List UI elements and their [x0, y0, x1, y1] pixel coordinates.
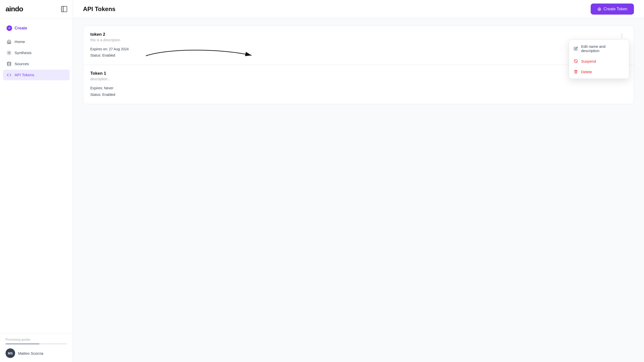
token2-info: token 2 this is a description [90, 32, 120, 42]
svg-line-4 [10, 54, 11, 54]
avatar: MS [6, 348, 15, 358]
sidebar-nav: + Create Home [0, 18, 73, 334]
delete-icon [574, 69, 578, 74]
user-name: Matteo Scorcia [18, 351, 43, 355]
sidebar-item-sources-label: Sources [15, 62, 29, 66]
sources-icon [7, 61, 12, 66]
svg-point-9 [7, 62, 11, 63]
create-token-label: Create Token [603, 7, 627, 11]
api-tokens-icon [7, 72, 12, 77]
sidebar-footer: Processing quotas MS Matteo Scorcia [0, 334, 73, 362]
token2-expires: Expires on: 27 Aug 2024 [90, 46, 627, 52]
token1-meta: Expires: Never Status: Enabled [90, 85, 627, 98]
suspend-item[interactable]: Suspend [569, 56, 629, 66]
svg-line-3 [8, 51, 8, 52]
create-circle-icon: + [7, 25, 12, 31]
token1-name: Token 1 [90, 71, 110, 76]
token2-kebab-button[interactable]: ⋮ [617, 32, 627, 39]
synthesis-icon [7, 50, 12, 55]
page-title: API Tokens [83, 6, 115, 13]
home-icon [7, 39, 12, 44]
sidebar-toggle-button[interactable] [61, 6, 67, 12]
processing-quotas-label: Processing quotas [6, 338, 67, 341]
token-list: token 2 this is a description ⋮ [83, 26, 634, 104]
create-label: Create [15, 26, 27, 30]
token1-description: description... [90, 77, 110, 81]
edit-icon [574, 46, 578, 51]
main-body: token 2 this is a description ⋮ [73, 18, 644, 362]
svg-line-12 [575, 60, 577, 62]
sidebar-item-home[interactable]: Home [3, 36, 70, 47]
svg-line-7 [8, 54, 8, 54]
edit-name-description-label: Edit name and description [581, 44, 624, 53]
token2-dropdown-menu: Edit name and description Suspend [569, 39, 629, 79]
edit-name-description-item[interactable]: Edit name and description [569, 41, 629, 56]
sidebar-item-home-label: Home [15, 39, 25, 44]
token-item-token1: Token 1 description... ⋮ Expires: Never … [83, 65, 634, 104]
token2-meta: Expires on: 27 Aug 2024 Status: Enabled [90, 46, 627, 59]
token1-status: Status: Enabled [90, 92, 627, 98]
quota-bar [6, 343, 67, 344]
quota-bar-fill [6, 343, 39, 344]
suspend-label: Suspend [581, 59, 596, 63]
delete-item[interactable]: Delete [569, 66, 629, 77]
token1-info: Token 1 description... [90, 71, 110, 81]
user-row[interactable]: MS Matteo Scorcia [6, 348, 67, 358]
token2-description: this is a description [90, 38, 120, 42]
sidebar-item-synthesis-label: Synthesis [15, 51, 31, 55]
token1-expires: Expires: Never [90, 85, 627, 91]
svg-point-0 [9, 52, 10, 54]
token2-menu-container: ⋮ Edit name and description [617, 32, 627, 39]
token-item-token2: token 2 this is a description ⋮ [83, 26, 634, 65]
main-header: API Tokens ⊕ Create Token [73, 0, 644, 18]
app-logo: aindo [6, 5, 23, 13]
token2-status: Status: Enabled [90, 52, 627, 59]
svg-line-8 [10, 51, 11, 52]
main-content: API Tokens ⊕ Create Token token 2 this i [73, 0, 644, 362]
sidebar: aindo + Create Home [0, 0, 73, 362]
sidebar-item-synthesis[interactable]: Synthesis [3, 48, 70, 58]
create-token-button[interactable]: ⊕ Create Token [591, 4, 634, 15]
token1-header: Token 1 description... ⋮ [90, 71, 627, 81]
sidebar-item-api-tokens-label: API Tokens [15, 73, 34, 77]
sidebar-item-sources[interactable]: Sources [3, 59, 70, 69]
delete-label: Delete [581, 70, 592, 74]
token2-name: token 2 [90, 32, 120, 37]
create-token-plus-icon: ⊕ [597, 7, 601, 12]
sidebar-item-api-tokens[interactable]: API Tokens [3, 70, 70, 80]
token2-header: token 2 this is a description ⋮ [90, 32, 627, 42]
suspend-icon [574, 59, 578, 63]
sidebar-header: aindo [0, 0, 73, 18]
create-button[interactable]: + Create [3, 23, 70, 33]
